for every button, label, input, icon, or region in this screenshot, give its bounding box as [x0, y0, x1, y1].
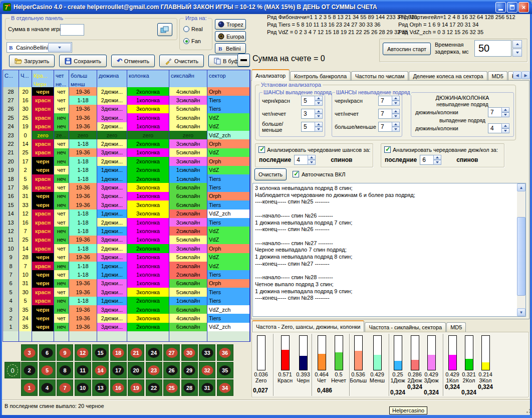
value-spinner[interactable]: 4: [294, 155, 316, 165]
spinner-down-icon[interactable]: [392, 127, 400, 132]
clear-log-button[interactable]: Очистить: [254, 168, 287, 180]
board-cell-18[interactable]: 18: [110, 344, 127, 361]
spinner-down-icon[interactable]: [392, 101, 400, 106]
board-cell-9[interactable]: 9: [57, 344, 73, 361]
board-cell-29[interactable]: 29: [181, 362, 198, 378]
spinner-up-icon[interactable]: [315, 96, 323, 101]
value-spinner[interactable]: 5: [301, 96, 323, 106]
tab-main-4[interactable]: Деление колеса на сектора: [409, 71, 487, 81]
board-cell-36[interactable]: 36: [217, 344, 233, 361]
tab-frequency-3[interactable]: MD5: [446, 322, 466, 332]
alternation-chances-checkbox[interactable]: Анализировать чередование шансов за:: [258, 146, 373, 153]
radio-fan[interactable]: Fan: [183, 38, 201, 44]
value-spinner[interactable]: 6: [420, 155, 441, 165]
casino-button-bellini[interactable]: BBellini: [215, 43, 246, 54]
board-cell-20[interactable]: 20: [128, 362, 144, 378]
delay-up-button[interactable]: [512, 40, 522, 48]
board-cell-33[interactable]: 33: [199, 344, 215, 361]
board-cell-15[interactable]: 15: [92, 344, 109, 361]
spinner-value[interactable]: 5: [301, 96, 315, 106]
collapse-button[interactable]: [237, 54, 250, 67]
minimize-button[interactable]: [495, 2, 506, 13]
board-cell-13[interactable]: 13: [92, 379, 109, 396]
analyzer-log[interactable]: 3 колонка невыпадала подряд 8 спин; Набл…: [252, 183, 526, 317]
start-sum-input[interactable]: [60, 24, 84, 36]
board-cell-8[interactable]: 8: [57, 362, 73, 378]
board-cell-27[interactable]: 27: [163, 344, 180, 361]
spinner-up-icon[interactable]: [501, 123, 509, 128]
spinner-value[interactable]: 4: [294, 155, 308, 165]
scroll-up-button[interactable]: ▲: [517, 183, 525, 191]
board-cell-6[interactable]: 6: [39, 344, 56, 361]
toolbar-button[interactable]: Сохранить: [59, 55, 107, 67]
board-cell-21[interactable]: 21: [128, 344, 144, 361]
spinner-value[interactable]: 3: [301, 109, 315, 119]
board-cell-24[interactable]: 24: [146, 344, 162, 361]
spinner-up-icon[interactable]: [315, 122, 323, 127]
board-cell-26[interactable]: 26: [163, 362, 180, 378]
toolbar-button[interactable]: Очистить: [159, 55, 204, 67]
spinner-value[interactable]: 7: [378, 109, 392, 119]
board-cell-19[interactable]: 19: [128, 379, 144, 396]
value-spinner[interactable]: 3: [301, 109, 323, 119]
radio-real[interactable]: Real: [183, 26, 203, 32]
spinner-up-icon[interactable]: [315, 109, 323, 114]
spinner-value[interactable]: 7: [378, 96, 392, 106]
board-cell-zero[interactable]: 0: [5, 362, 21, 378]
detach-panel-button[interactable]: [157, 23, 172, 36]
board-cell-1[interactable]: 1: [21, 379, 38, 396]
scroll-thumb[interactable]: [517, 217, 525, 296]
board-cell-34[interactable]: 34: [217, 379, 233, 396]
board-cell-14[interactable]: 14: [92, 362, 109, 378]
spinner-up-icon[interactable]: [433, 155, 441, 160]
board-cell-10[interactable]: 10: [75, 379, 91, 396]
spinner-down-icon[interactable]: [501, 128, 509, 133]
board-cell-22[interactable]: 22: [146, 379, 162, 396]
value-spinner[interactable]: 5: [301, 122, 323, 132]
board-cell-5[interactable]: 5: [39, 362, 56, 378]
board-cell-3[interactable]: 3: [21, 344, 38, 361]
tab-scroll-right-button[interactable]: ▶: [521, 71, 530, 79]
board-cell-11[interactable]: 11: [75, 362, 91, 378]
spinner-value[interactable]: 7: [378, 122, 392, 132]
board-cell-35[interactable]: 35: [217, 362, 233, 378]
spinner-down-icon[interactable]: [308, 160, 316, 165]
tab-main-5[interactable]: MD5: [488, 71, 507, 81]
board-cell-25[interactable]: 25: [163, 379, 180, 396]
board-cell-28[interactable]: 28: [181, 379, 198, 396]
board-cell-23[interactable]: 23: [146, 362, 162, 378]
alternation-dozens-checkbox[interactable]: Анализировать чередование дюж/кол за:: [384, 146, 504, 153]
value-spinner[interactable]: 7: [378, 96, 400, 106]
tab-scroll-left-button[interactable]: ◀: [513, 71, 521, 79]
spinner-down-icon[interactable]: [392, 114, 400, 119]
delay-down-button[interactable]: [512, 49, 522, 57]
spinner-up-icon[interactable]: [392, 109, 400, 114]
title-bar[interactable]: 7 HelperCasino 4.0 - create helperroulle…: [0, 0, 532, 14]
board-cell-30[interactable]: 30: [181, 344, 198, 361]
board-cell-16[interactable]: 16: [110, 379, 127, 396]
spinner-value[interactable]: 4: [488, 123, 501, 133]
tab-frequency-1[interactable]: Частота - Zero, шансы, дюжины, колонки: [252, 320, 364, 332]
board-cell-17[interactable]: 17: [110, 362, 127, 378]
board-cell-4[interactable]: 4: [39, 379, 56, 396]
resize-grip[interactable]: [526, 411, 528, 413]
spinner-up-icon[interactable]: [392, 122, 400, 127]
spinner-value[interactable]: 6: [420, 155, 433, 165]
tab-main-1[interactable]: Анализатор: [251, 69, 290, 81]
casino-button-tropez[interactable]: Tropez: [215, 19, 246, 30]
spinner-up-icon[interactable]: [392, 96, 400, 101]
board-cell-7[interactable]: 7: [57, 379, 73, 396]
board-cell-12[interactable]: 12: [75, 344, 91, 361]
value-spinner[interactable]: 7: [378, 122, 400, 132]
scroll-down-button[interactable]: ▼: [517, 308, 525, 316]
spinner-down-icon[interactable]: [315, 127, 323, 132]
value-spinner[interactable]: 7: [488, 107, 509, 117]
board-cell-31[interactable]: 31: [199, 379, 215, 396]
spinner-value[interactable]: 5: [301, 122, 315, 132]
spinner-value[interactable]: 7: [488, 107, 501, 117]
autoclean-checkbox[interactable]: Автоочистка ВКЛ: [293, 171, 345, 177]
board-cell-2[interactable]: 2: [21, 362, 38, 378]
toolbar-button[interactable]: Загрузить: [9, 55, 55, 67]
board-cell-32[interactable]: 32: [199, 362, 215, 378]
spinner-down-icon[interactable]: [315, 114, 323, 119]
